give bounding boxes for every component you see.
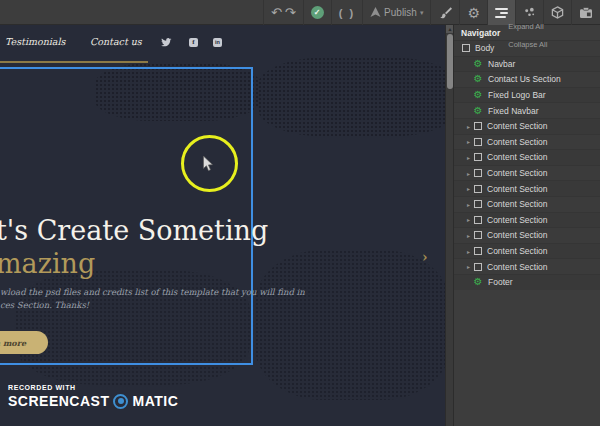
symbol-gear-icon: ⚙ xyxy=(473,59,483,69)
navigator-row-content-section[interactable]: ▸Content Section xyxy=(454,118,600,134)
navigator-row-content-section[interactable]: ▸Content Section xyxy=(454,227,600,243)
hero-heading-line2[interactable]: mazing xyxy=(0,248,95,279)
navigator-row-content-section[interactable]: ▸Content Section xyxy=(454,258,600,274)
canvas-scrollbar[interactable]: ▲ xyxy=(445,25,453,426)
screencast-label: SCREENCAST xyxy=(8,393,109,409)
style-panel-button[interactable] xyxy=(430,0,459,25)
navigator-row-navbar[interactable]: ⚙Navbar xyxy=(454,56,600,72)
map-dots-pattern xyxy=(95,63,260,121)
element-box-icon xyxy=(474,122,482,130)
element-label: Content Section xyxy=(487,215,547,225)
navigator-row-content-section[interactable]: ▸Content Section xyxy=(454,196,600,212)
expand-arrow-icon[interactable]: ▸ xyxy=(467,154,474,161)
saved-check-icon: ✓ xyxy=(311,6,324,19)
navigator-row-content-section[interactable]: ▸Content Section xyxy=(454,149,600,165)
navigator-row-content-section[interactable]: ▸Content Section xyxy=(454,212,600,228)
publish-button[interactable]: Publish ▾ xyxy=(362,0,430,25)
element-box-icon xyxy=(474,231,482,239)
symbol-gear-icon: ⚙ xyxy=(473,90,483,100)
element-box-icon xyxy=(474,169,482,177)
collapse-all-button[interactable]: Collapse All xyxy=(500,40,547,49)
element-label: Content Section xyxy=(487,262,547,272)
navigator-header: Navigator Expand All Collapse All xyxy=(454,25,600,40)
navbar-gold-underline xyxy=(0,61,148,63)
twitter-icon[interactable] xyxy=(161,38,172,47)
expand-all-button[interactable]: Expand All xyxy=(500,22,543,31)
redo-icon: ↷ xyxy=(285,6,296,19)
symbol-gear-icon: ⚙ xyxy=(473,277,483,287)
element-box-icon xyxy=(474,216,482,224)
expand-arrow-icon[interactable]: ▸ xyxy=(467,248,474,255)
publish-plane-icon xyxy=(370,7,381,18)
navigator-tree: Body⚙Navbar⚙Contact Us Section⚙Fixed Log… xyxy=(454,40,600,290)
learn-more-button[interactable]: rn more xyxy=(0,331,48,354)
expand-arrow-icon[interactable]: ▸ xyxy=(467,138,474,145)
element-label: Content Section xyxy=(487,230,547,240)
element-box-icon xyxy=(474,185,482,193)
navigator-row-content-section[interactable]: ▸Content Section xyxy=(454,165,600,181)
hero-paragraph-line2: ces Section. Thanks! xyxy=(0,299,305,312)
element-label: Content Section xyxy=(487,184,547,194)
hero-heading-line1[interactable]: t's Create Someting xyxy=(0,215,268,246)
saved-status-button[interactable]: ✓ xyxy=(303,0,331,25)
element-box-icon xyxy=(474,153,482,161)
element-label: Navbar xyxy=(488,59,515,69)
linkedin-icon[interactable]: in xyxy=(213,38,222,47)
element-label: Content Section xyxy=(487,168,547,178)
element-label: Contact Us Section xyxy=(488,74,561,84)
settings-panel-button[interactable]: ⚙ xyxy=(459,0,487,25)
element-label: Content Section xyxy=(487,199,547,209)
navigator-row-fixed-logo-bar[interactable]: ⚙Fixed Logo Bar xyxy=(454,87,600,103)
element-label: Footer xyxy=(488,277,513,287)
element-box-icon xyxy=(474,263,482,271)
expand-arrow-icon[interactable]: ▸ xyxy=(467,185,474,192)
undo-icon: ↶ xyxy=(271,6,282,19)
element-label: Content Section xyxy=(487,152,547,162)
expand-arrow-icon[interactable]: ▸ xyxy=(467,123,474,130)
hero-paragraph[interactable]: wload the psd files and credits list of … xyxy=(0,286,305,312)
mouse-cursor-icon xyxy=(202,156,214,172)
export-code-button[interactable]: ( ) xyxy=(331,0,362,25)
navigator-row-content-section[interactable]: ▸Content Section xyxy=(454,243,600,259)
site-navbar: Testimonials Contact us f in xyxy=(0,25,445,62)
navigator-row-fixed-navbar[interactable]: ⚙Fixed Navbar xyxy=(454,102,600,118)
gear-icon: ⚙ xyxy=(467,6,480,20)
element-label: Fixed Logo Bar xyxy=(488,90,546,100)
facebook-icon[interactable]: f xyxy=(189,38,198,47)
publish-chevron-icon: ▾ xyxy=(420,9,424,17)
element-box-icon xyxy=(474,138,482,146)
nav-link-testimonials[interactable]: Testimonials xyxy=(5,36,65,47)
navigator-row-content-section[interactable]: ▸Content Section xyxy=(454,180,600,196)
symbol-gear-icon: ⚙ xyxy=(473,106,483,116)
expand-arrow-icon[interactable]: ▸ xyxy=(467,263,474,270)
expand-arrow-icon[interactable]: ▸ xyxy=(467,232,474,239)
navigator-panel: Navigator Expand All Collapse All Body⚙N… xyxy=(453,25,600,426)
element-label: Content Section xyxy=(487,137,547,147)
design-canvas[interactable]: Testimonials Contact us f in t's Create … xyxy=(0,25,445,426)
navigator-row-contact-us-section[interactable]: ⚙Contact Us Section xyxy=(454,71,600,87)
expand-arrow-icon[interactable]: ▸ xyxy=(467,201,474,208)
element-box-icon xyxy=(462,44,470,52)
navigator-row-content-section[interactable]: ▸Content Section xyxy=(454,134,600,150)
nav-link-contact-us[interactable]: Contact us xyxy=(90,36,142,47)
element-label: Content Section xyxy=(487,246,547,256)
element-label: Body xyxy=(475,43,494,53)
map-dots-pattern xyxy=(258,57,445,137)
publish-label: Publish xyxy=(384,7,417,18)
expand-arrow-icon[interactable]: ▸ xyxy=(467,216,474,223)
navigator-row-footer[interactable]: ⚙Footer xyxy=(454,274,600,290)
symbol-gear-icon: ⚙ xyxy=(473,74,483,84)
hero-paragraph-line1: wload the psd files and credits list of … xyxy=(0,286,305,299)
expand-arrow-icon[interactable]: ▸ xyxy=(467,170,474,177)
element-box-icon xyxy=(474,247,482,255)
matic-label: MATIC xyxy=(132,393,178,409)
element-label: Fixed Navbar xyxy=(488,106,539,116)
slider-next-arrow[interactable]: › xyxy=(422,249,428,265)
element-box-icon xyxy=(474,200,482,208)
screencast-o-icon xyxy=(113,394,128,409)
undo-button[interactable]: ↶ ↷ xyxy=(263,0,303,25)
recorded-with-label: RECORDED WITH xyxy=(8,384,178,391)
code-brackets-icon: ( ) xyxy=(339,7,355,19)
element-label: Content Section xyxy=(487,121,547,131)
map-dots-pattern xyxy=(255,250,445,400)
